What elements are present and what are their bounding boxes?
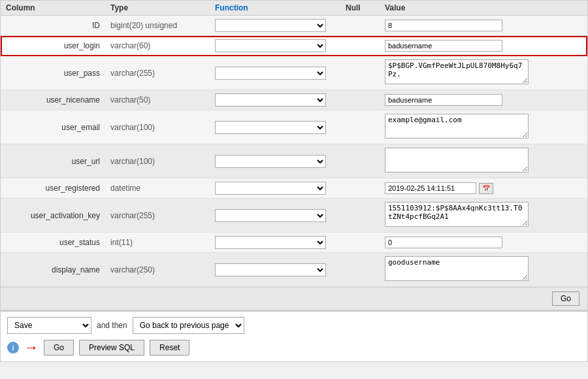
- cell-function: [210, 56, 340, 90]
- save-action-select[interactable]: Save Insert as new row Insert and stay: [7, 317, 91, 334]
- cell-function: [210, 253, 340, 287]
- table-row: user_activation_keyvarchar(255)155110391…: [1, 199, 587, 233]
- table-row: user_passvarchar(255)$P$BGP.VGmfPeeWtJLp…: [1, 56, 587, 90]
- cell-function: [210, 90, 340, 110]
- cell-function: [210, 144, 340, 178]
- cell-column: user_email: [1, 110, 105, 144]
- cell-value: example@gmail.com: [380, 110, 587, 144]
- function-select[interactable]: [215, 39, 326, 52]
- cell-value: [380, 90, 587, 110]
- cell-function: [210, 110, 340, 144]
- cell-type: varchar(60): [105, 36, 210, 56]
- value-input[interactable]: [385, 94, 502, 106]
- bottom-section: Save Insert as new row Insert and stay a…: [1, 310, 587, 361]
- cell-function: [210, 16, 340, 36]
- reset-button[interactable]: Reset: [150, 340, 189, 355]
- info-icon[interactable]: i: [7, 342, 19, 354]
- cell-type: varchar(100): [105, 144, 210, 178]
- cell-column: user_login: [1, 36, 105, 56]
- col-header-function: Function: [215, 3, 346, 12]
- cell-value: 1551103912:$P$8AAx4qnKc3tt13.T0tZNt4pcfB…: [380, 199, 587, 233]
- cell-column: ID: [1, 16, 105, 36]
- table-row: user_nicenamevarchar(50): [1, 90, 587, 110]
- preview-sql-button[interactable]: Preview SQL: [79, 340, 144, 355]
- cell-type: datetime: [105, 178, 210, 199]
- cell-column: user_status: [1, 233, 105, 253]
- value-input[interactable]: [385, 40, 502, 52]
- cell-column: user_url: [1, 144, 105, 178]
- table-row: IDbigint(20) unsigned: [1, 16, 587, 36]
- cell-type: bigint(20) unsigned: [105, 16, 210, 36]
- table-row: user_loginvarchar(60): [1, 36, 587, 56]
- cell-type: int(11): [105, 233, 210, 253]
- go-row: Go: [1, 287, 587, 310]
- function-select[interactable]: [215, 236, 326, 249]
- cell-function: [210, 178, 340, 199]
- function-select[interactable]: [215, 155, 326, 168]
- cell-null: [340, 178, 380, 199]
- function-select[interactable]: [215, 182, 326, 195]
- cell-column: display_name: [1, 253, 105, 287]
- cell-column: user_nicename: [1, 90, 105, 110]
- col-header-column: Column: [6, 3, 110, 12]
- and-then-label: and then: [97, 321, 127, 330]
- cell-value: goodusername: [380, 253, 587, 287]
- data-table: IDbigint(20) unsigneduser_loginvarchar(6…: [1, 16, 587, 287]
- cell-value: [380, 144, 587, 178]
- cell-type: varchar(255): [105, 56, 210, 90]
- cell-null: [340, 56, 380, 90]
- calendar-button[interactable]: 📅: [479, 183, 493, 194]
- table-row: user_urlvarchar(100): [1, 144, 587, 178]
- arrow-icon: →: [24, 339, 39, 356]
- value-input[interactable]: [385, 237, 502, 248]
- cell-value: [380, 233, 587, 253]
- cell-function: [210, 36, 340, 56]
- cell-type: varchar(255): [105, 199, 210, 233]
- value-textarea[interactable]: $P$BGP.VGmfPeeWtJLpUL870M8Hy6q7Pz.: [385, 59, 529, 84]
- function-select[interactable]: [215, 263, 326, 276]
- go-back-select[interactable]: Go back to previous page Do not go back: [133, 317, 244, 334]
- cell-value: 📅: [380, 178, 587, 199]
- cell-type: varchar(50): [105, 90, 210, 110]
- function-select[interactable]: [215, 67, 326, 80]
- go-button-table[interactable]: Go: [552, 291, 580, 306]
- cell-null: [340, 110, 380, 144]
- function-select[interactable]: [215, 209, 326, 222]
- value-input[interactable]: [385, 20, 502, 31]
- cell-null: [340, 233, 380, 253]
- cell-null: [340, 199, 380, 233]
- cell-value: [380, 36, 587, 56]
- cell-value: $P$BGP.VGmfPeeWtJLpUL870M8Hy6q7Pz.: [380, 56, 587, 90]
- value-textarea[interactable]: 1551103912:$P$8AAx4qnKc3tt13.T0tZNt4pcfB…: [385, 202, 529, 227]
- cell-null: [340, 36, 380, 56]
- function-select[interactable]: [215, 19, 326, 32]
- value-textarea[interactable]: goodusername: [385, 256, 529, 281]
- cell-column: user_activation_key: [1, 199, 105, 233]
- go-button-bottom[interactable]: Go: [44, 340, 74, 355]
- function-select[interactable]: [215, 93, 326, 107]
- cell-null: [340, 253, 380, 287]
- col-header-null: Null: [346, 3, 385, 12]
- cell-function: [210, 199, 340, 233]
- col-header-type: Type: [110, 3, 215, 12]
- table-row: user_statusint(11): [1, 233, 587, 253]
- cell-null: [340, 144, 380, 178]
- table-row: user_registereddatetime📅: [1, 178, 587, 199]
- cell-function: [210, 233, 340, 253]
- table-row: display_namevarchar(250)goodusername: [1, 253, 587, 287]
- cell-type: varchar(250): [105, 253, 210, 287]
- value-textarea[interactable]: [385, 148, 529, 173]
- col-header-value: Value: [385, 3, 582, 12]
- function-select[interactable]: [215, 121, 326, 134]
- table-row: user_emailvarchar(100)example@gmail.com: [1, 110, 587, 144]
- cell-column: user_pass: [1, 56, 105, 90]
- value-textarea[interactable]: example@gmail.com: [385, 114, 529, 139]
- cell-null: [340, 16, 380, 36]
- cell-column: user_registered: [1, 178, 105, 199]
- datetime-input[interactable]: [385, 182, 476, 194]
- cell-null: [340, 90, 380, 110]
- cell-value: [380, 16, 587, 36]
- cell-type: varchar(100): [105, 110, 210, 144]
